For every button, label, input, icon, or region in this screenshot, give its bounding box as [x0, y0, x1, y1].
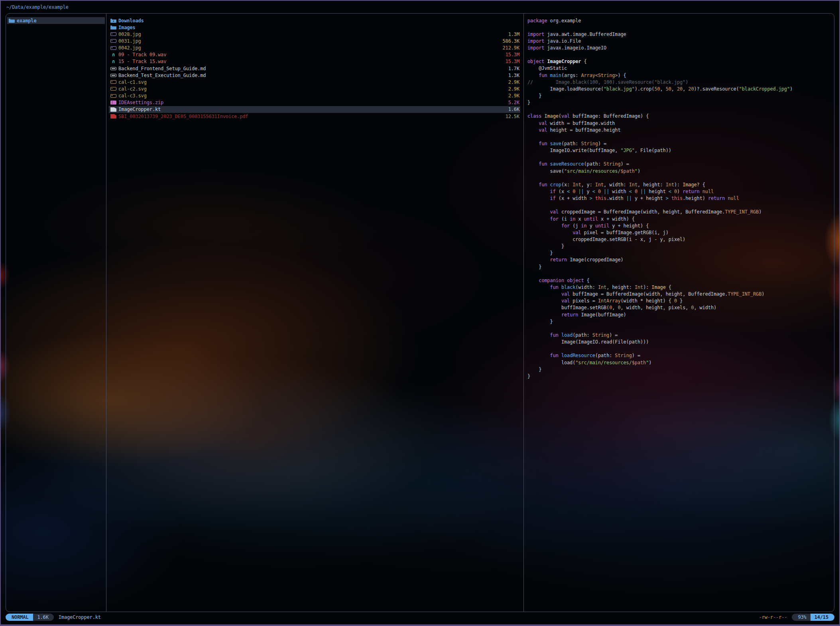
- headphones-icon: [110, 51, 116, 58]
- code-line: }: [527, 243, 832, 250]
- file-row[interactable]: cal-c1.svg2.9K: [109, 79, 520, 85]
- file-row[interactable]: 0028.jpg1.3M: [109, 31, 520, 38]
- code-line: val croppedImage = BufferedImage(width, …: [527, 209, 832, 215]
- file-list: DownloadsImages0028.jpg1.3M0031.jpg586.3…: [106, 14, 523, 120]
- preview-pane[interactable]: package org.example import java.awt.imag…: [524, 14, 834, 612]
- code-line: fun save(path: String) =: [527, 140, 832, 147]
- file-size: 2.9K: [504, 86, 519, 92]
- code-line: import javax.imageio.ImageIO: [527, 45, 832, 51]
- code-line: Image(ImageIO.read(File(path))): [527, 339, 832, 346]
- folder-icon: [9, 20, 15, 23]
- file-row[interactable]: ImageCropper.kt1.6K: [109, 106, 520, 113]
- code-line: }: [527, 318, 832, 325]
- file-name: SBI_0032013739_2023_DE05_0003155631Invoi…: [118, 114, 248, 119]
- code-line: if (x < 0 || y < 0 || width < 0 || heigh…: [527, 188, 832, 195]
- position-indicator: 14/15: [810, 614, 834, 621]
- code-line: [527, 346, 832, 352]
- file-name: Backend_Test_Execution_Guide.md: [118, 73, 206, 78]
- code-line: for (i in x until x + width) {: [527, 216, 832, 223]
- code-line: @JvmStatic: [527, 65, 832, 72]
- code-line: [527, 134, 832, 140]
- code-line: croppedImage.setRGB(i - x, j - y, pixel): [527, 236, 832, 243]
- file-row[interactable]: 09 - Track 09.wav15.3M: [109, 51, 520, 58]
- file-name: 0042.jpg: [118, 45, 141, 51]
- code-line: import java.io.File: [527, 38, 832, 45]
- file-size-badge: 1.6K: [33, 614, 53, 621]
- svg-icon: [110, 87, 116, 91]
- code-line: ImageIO.write(buffImage, "JPG", File(pat…: [527, 147, 832, 154]
- svg-icon: [110, 94, 116, 98]
- image-icon: [110, 46, 116, 50]
- parent-pane[interactable]: example: [6, 14, 106, 612]
- file-row[interactable]: example: [7, 17, 105, 24]
- file-name: Images: [118, 25, 135, 30]
- file-name: cal-c1.svg: [118, 79, 147, 85]
- file-manager: example DownloadsImages0028.jpg1.3M0031.…: [6, 13, 834, 612]
- code-line: [527, 106, 832, 113]
- file-row[interactable]: 0042.jpg212.9K: [109, 45, 520, 51]
- parent-list: example: [6, 14, 106, 24]
- file-row[interactable]: 0031.jpg586.3K: [109, 38, 520, 44]
- code-line: [527, 271, 832, 277]
- zip-icon: [110, 101, 116, 105]
- code-line: load("src/main/resources/$path"): [527, 359, 832, 366]
- status-bar: NORMAL 1.6K ImageCropper.kt -rw-r--r-- 9…: [6, 613, 834, 622]
- code-line: fun black(width: Int, height: Int): Imag…: [527, 284, 832, 291]
- file-row[interactable]: Images: [109, 24, 520, 31]
- code-line: fun crop(x: Int, y: Int, width: Int, hei…: [527, 182, 832, 188]
- current-pane[interactable]: DownloadsImages0028.jpg1.3M0031.jpg586.3…: [106, 14, 524, 612]
- code-line: [527, 154, 832, 161]
- file-name: 0031.jpg: [118, 38, 141, 44]
- code-line: buffImage.setRGB(0, 0, width, height, pi…: [527, 304, 832, 311]
- code-line: package org.example: [527, 18, 832, 24]
- file-name: cal-c3.svg: [118, 93, 147, 99]
- code-line: fun saveResource(path: String) =: [527, 161, 832, 168]
- code-line: if (x + width > this.width || y + height…: [527, 195, 832, 202]
- file-row[interactable]: Backend_Frontend_Setup_Guide.md1.7K: [109, 65, 520, 72]
- code-line: }: [527, 366, 832, 373]
- file-size: 1.3M: [504, 32, 519, 37]
- headphones-icon: [110, 58, 116, 65]
- code-line: fun load(path: String) =: [527, 332, 832, 339]
- code-line: }: [527, 250, 832, 257]
- code-line: val buffImage = BufferedImage(width, hei…: [527, 291, 832, 298]
- code-line: fun main(args: Array<String>) {: [527, 72, 832, 79]
- permissions: -rw-r--r--: [759, 614, 787, 620]
- markdown-icon: [110, 74, 116, 77]
- code-line: val width = buffImage.width: [527, 120, 832, 127]
- code-preview: package org.example import java.awt.imag…: [524, 14, 834, 380]
- code-line: }: [527, 373, 832, 380]
- file-size: 1.7K: [504, 66, 519, 71]
- file-name: 09 - Track 09.wav: [118, 52, 166, 57]
- file-row[interactable]: cal-c2.svg2.9K: [109, 85, 520, 92]
- code-line: // Image.black(100, 100).saveResource("b…: [527, 79, 832, 86]
- code-line: Image.loadResource("black.jpg").crop(50,…: [527, 86, 832, 93]
- code-line: object ImageCropper {: [527, 58, 832, 65]
- code-line: val pixels = IntArray(width * height) { …: [527, 298, 832, 304]
- file-row[interactable]: Backend_Test_Execution_Guide.md1.3K: [109, 72, 520, 79]
- file-size: 5.2K: [504, 100, 519, 105]
- code-line: for (j in y until y + height) {: [527, 223, 832, 229]
- preview-percent: 93%: [792, 614, 810, 621]
- file-row[interactable]: Downloads: [109, 17, 520, 24]
- code-line: }: [527, 264, 832, 271]
- file-row[interactable]: 15 - Track 15.wav15.3M: [109, 58, 520, 65]
- file-name: IDEAsettings.zip: [118, 100, 163, 105]
- code-line: }: [527, 99, 832, 106]
- file-size: 15.3M: [501, 52, 519, 57]
- code-line: save("src/main/resources/$path"): [527, 168, 832, 175]
- folder-download-icon: [110, 20, 116, 23]
- file-row[interactable]: SBI_0032013739_2023_DE05_0003155631Invoi…: [109, 113, 520, 120]
- file-name: 0028.jpg: [118, 32, 141, 37]
- status-left: NORMAL 1.6K ImageCropper.kt: [6, 614, 101, 621]
- file-row[interactable]: cal-c3.svg2.9K: [109, 93, 520, 99]
- file-name: ImageCropper.kt: [118, 107, 161, 112]
- file-row[interactable]: IDEAsettings.zip5.2K: [109, 99, 520, 106]
- code-line: val height = buffImage.height: [527, 127, 832, 134]
- code-line: return Image(croppedImage): [527, 257, 832, 263]
- code-line: val pixel = buffImage.getRGB(i, j): [527, 229, 832, 236]
- file-size: 212.9K: [498, 45, 519, 51]
- mode-badge: NORMAL: [6, 614, 33, 621]
- file-name: 15 - Track 15.wav: [118, 59, 166, 64]
- pdf-icon: [110, 114, 116, 118]
